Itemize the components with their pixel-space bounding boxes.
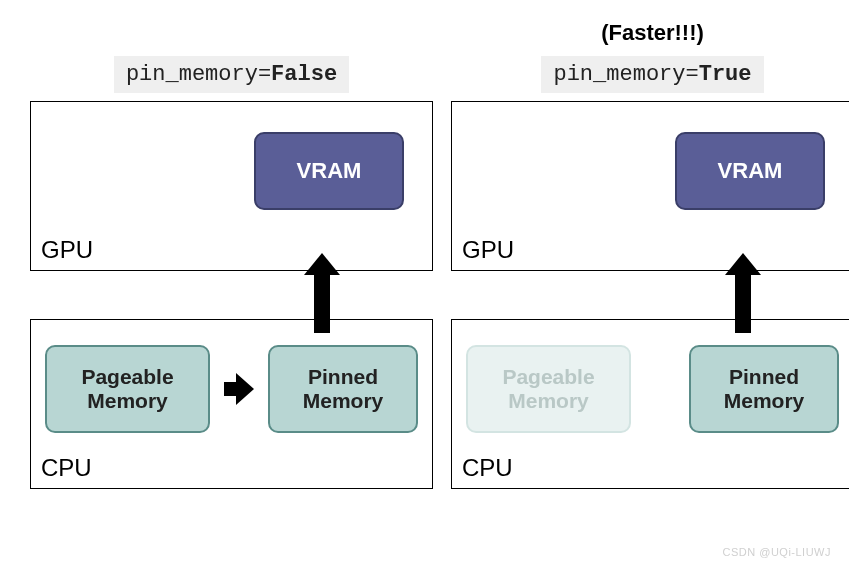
right-cpu-box: PageableMemory PinnedMemory CPU (451, 319, 849, 489)
left-title-param: pin_memory= (126, 62, 271, 87)
left-gpu-box: VRAM GPU (30, 101, 433, 271)
left-vertical-arrow-wrap (30, 271, 433, 319)
right-title-param: pin_memory= (553, 62, 698, 87)
diagram-columns: pin_memory=False VRAM GPU PageableMemory… (30, 20, 819, 489)
left-cpu-label: CPU (41, 454, 92, 482)
right-vertical-arrow-wrap (451, 271, 849, 319)
right-cpu-label: CPU (462, 454, 513, 482)
right-gpu-label: GPU (462, 236, 514, 264)
watermark-text: CSDN @UQi-LIUWJ (723, 546, 832, 558)
arrow-right-icon (224, 373, 254, 405)
left-title: pin_memory=False (114, 56, 349, 93)
left-cpu-box: PageableMemory PinnedMemory CPU (30, 319, 433, 489)
left-vram-block: VRAM (254, 132, 404, 210)
right-gpu-box: VRAM GPU (451, 101, 849, 271)
right-column: (Faster!!!) pin_memory=True VRAM GPU Pag… (451, 20, 849, 489)
right-pageable-block-faded: PageableMemory (466, 345, 631, 433)
faster-annotation: (Faster!!!) (601, 20, 704, 46)
left-gpu-label: GPU (41, 236, 93, 264)
left-pinned-block: PinnedMemory (268, 345, 418, 433)
right-vram-block: VRAM (675, 132, 825, 210)
right-title: pin_memory=True (541, 56, 763, 93)
left-pageable-block: PageableMemory (45, 345, 210, 433)
left-title-value: False (271, 62, 337, 87)
right-title-value: True (699, 62, 752, 87)
right-pinned-block: PinnedMemory (689, 345, 839, 433)
left-column: pin_memory=False VRAM GPU PageableMemory… (30, 22, 433, 489)
